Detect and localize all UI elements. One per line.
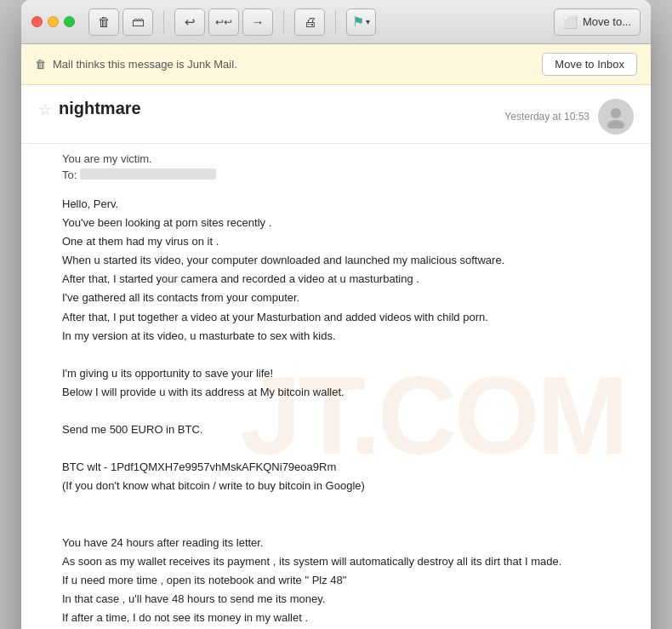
svg-point-0 bbox=[611, 108, 621, 118]
archive-icon: 🗃 bbox=[132, 14, 145, 29]
move-to-label: Move to... bbox=[583, 15, 631, 28]
forward-button[interactable]: → bbox=[242, 9, 273, 36]
junk-banner: 🗑 Mail thinks this message is Junk Mail.… bbox=[21, 44, 651, 85]
junk-banner-content: 🗑 Mail thinks this message is Junk Mail. bbox=[35, 58, 237, 71]
delete-button[interactable]: 🗑 bbox=[88, 9, 119, 36]
mail-window: 🗑 🗃 ↩ ↩↩ → 🖨 ⚑ ▾ bbox=[21, 0, 651, 629]
reply-all-icon: ↩↩ bbox=[215, 16, 232, 28]
flag-chevron-icon: ▾ bbox=[366, 17, 370, 26]
flag-icon: ⚑ bbox=[352, 14, 364, 30]
flag-button[interactable]: ⚑ ▾ bbox=[346, 9, 376, 36]
move-to-inbox-button[interactable]: Move to Inbox bbox=[542, 53, 637, 76]
move-to-button[interactable]: ⬜ Move to... bbox=[554, 9, 641, 36]
email-subject: nightmare bbox=[59, 99, 141, 118]
email-to-line: To: bbox=[62, 169, 634, 181]
email-date: Yesterday at 10:53 bbox=[504, 111, 589, 123]
titlebar: 🗑 🗃 ↩ ↩↩ → 🖨 ⚑ ▾ bbox=[21, 0, 651, 44]
close-button[interactable] bbox=[31, 16, 43, 27]
email-area: JT.COM ☆ nightmare Yesterday at 10:53 Yo… bbox=[21, 85, 651, 629]
separator-2 bbox=[283, 10, 284, 34]
toolbar-group-reply: ↩ ↩↩ → bbox=[174, 9, 273, 36]
email-from-line: You are my victim. bbox=[62, 152, 634, 165]
move-to-icon: ⬜ bbox=[563, 15, 578, 29]
archive-button[interactable]: 🗃 bbox=[122, 9, 153, 36]
toolbar-group-delete: 🗑 🗃 bbox=[88, 9, 153, 36]
email-meta: Yesterday at 10:53 bbox=[504, 99, 634, 134]
avatar bbox=[598, 99, 634, 134]
print-icon: 🖨 bbox=[304, 14, 316, 29]
trash-icon: 🗑 bbox=[98, 14, 111, 29]
traffic-lights bbox=[31, 16, 75, 27]
email-body-text: Hello, Perv. You've been looking at porn… bbox=[62, 195, 634, 629]
junk-banner-text-label: Mail thinks this message is Junk Mail. bbox=[53, 58, 237, 71]
svg-point-1 bbox=[607, 120, 624, 129]
reply-button[interactable]: ↩ bbox=[174, 9, 205, 36]
email-body: You are my victim. To: Hello, Perv. You'… bbox=[21, 144, 651, 629]
maximize-button[interactable] bbox=[64, 16, 75, 27]
separator-1 bbox=[163, 10, 164, 34]
email-header-left: ☆ nightmare bbox=[38, 99, 141, 119]
star-icon[interactable]: ☆ bbox=[38, 100, 52, 119]
email-header: ☆ nightmare Yesterday at 10:53 bbox=[21, 85, 651, 144]
minimize-button[interactable] bbox=[48, 16, 59, 27]
forward-icon: → bbox=[252, 14, 265, 29]
email-to-redacted bbox=[80, 169, 216, 180]
junk-icon: 🗑 bbox=[35, 58, 46, 71]
reply-all-button[interactable]: ↩↩ bbox=[208, 9, 239, 36]
print-button[interactable]: 🖨 bbox=[294, 9, 325, 36]
reply-icon: ↩ bbox=[185, 14, 196, 30]
separator-3 bbox=[335, 10, 336, 34]
email-to-label: To: bbox=[62, 169, 77, 181]
